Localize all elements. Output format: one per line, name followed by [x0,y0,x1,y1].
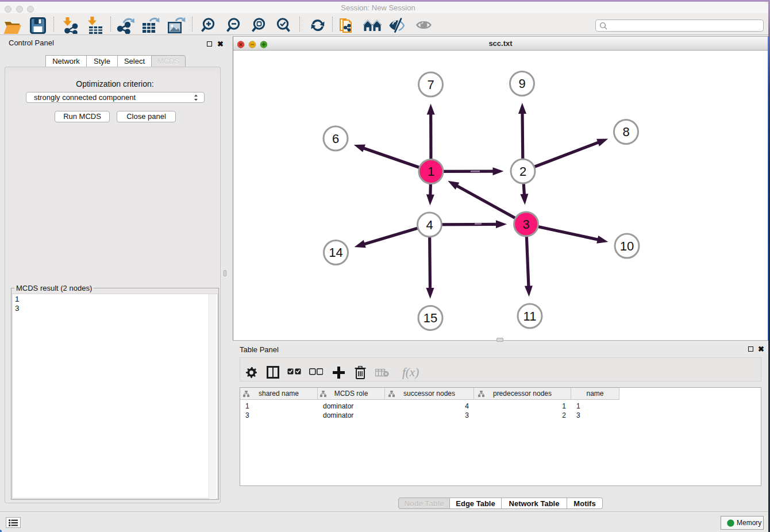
svg-text:3: 3 [522,217,529,232]
svg-text:4: 4 [426,218,433,232]
svg-text:6: 6 [332,132,339,146]
svg-text:11: 11 [523,309,537,323]
svg-text:15: 15 [424,311,437,325]
svg-text:10: 10 [620,239,634,253]
svg-text:7: 7 [427,78,434,92]
svg-text:9: 9 [518,76,525,91]
svg-text:1: 1 [428,164,434,179]
svg-text:2: 2 [519,164,526,179]
svg-text:8: 8 [622,125,629,139]
svg-text:14: 14 [329,245,342,260]
